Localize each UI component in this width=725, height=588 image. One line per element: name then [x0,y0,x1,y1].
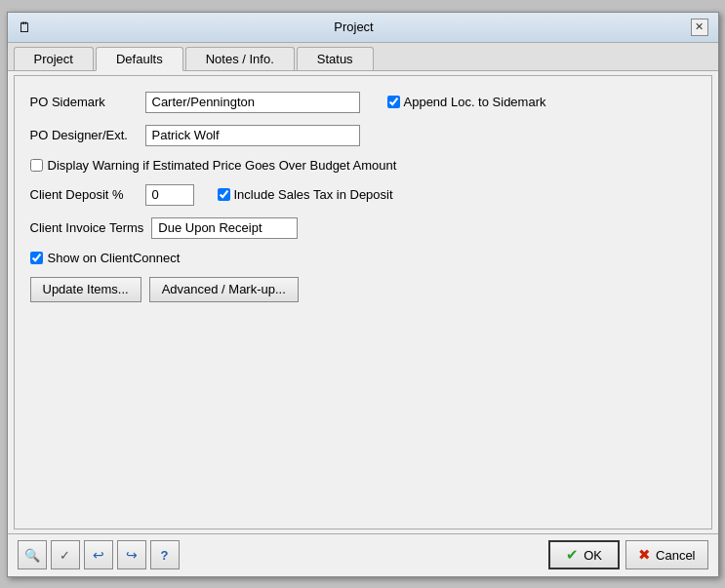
advanced-markup-button[interactable]: Advanced / Mark-up... [149,277,299,302]
po-designer-label: PO Designer/Ext. [30,128,138,142]
client-deposit-label: Client Deposit % [30,187,138,202]
help-icon: ? [161,548,169,563]
show-client-connect-row: Show on ClientConnect [30,251,696,265]
tab-notes[interactable]: Notes / Info. [185,47,295,70]
search-icon: 🔍 [24,548,40,563]
window-icon: 🗒 [18,20,31,35]
append-loc-checkbox[interactable] [387,96,400,108]
display-warning-checkbox[interactable] [30,159,43,172]
check-icon: ✓ [60,548,70,563]
tab-status[interactable]: Status [297,47,374,70]
cancel-x-icon: ✖ [638,546,651,564]
display-warning-label: Display Warning if Estimated Price Goes … [48,158,397,173]
po-sidemark-row: PO Sidemark Append Loc. to Sidemark [30,92,696,113]
po-sidemark-label: PO Sidemark [30,95,138,109]
bottom-bar: 🔍 ✓ ↩ ↪ ? ✔ OK ✖ Cancel [8,533,718,576]
ok-check-icon: ✔ [566,546,579,564]
show-client-connect-label: Show on ClientConnect [48,251,181,265]
search-tool-button[interactable]: 🔍 [18,540,47,569]
close-button[interactable]: ✕ [691,19,708,36]
ok-label: OK [584,548,602,563]
ok-button[interactable]: ✔ OK [548,540,620,569]
window-title: Project [334,20,373,34]
tab-bar: Project Defaults Notes / Info. Status [8,43,718,71]
include-sales-tax-text: Include Sales Tax in Deposit [234,187,393,202]
back-tool-button[interactable]: ↩ [84,540,113,569]
cancel-label: Cancel [656,548,695,563]
tab-project[interactable]: Project [14,47,94,70]
help-tool-button[interactable]: ? [150,540,180,569]
content-area: PO Sidemark Append Loc. to Sidemark PO D… [14,75,712,529]
show-client-connect-checkbox[interactable] [30,252,43,264]
cancel-button[interactable]: ✖ Cancel [625,540,707,569]
forward-tool-button[interactable]: ↪ [117,540,146,569]
append-loc-checkbox-label: Append Loc. to Sidemark [387,95,546,109]
check-tool-button[interactable]: ✓ [51,540,80,569]
client-invoice-label: Client Invoice Terms [30,220,144,235]
append-loc-label: Append Loc. to Sidemark [404,95,546,109]
title-bar: 🗒 Project ✕ [8,13,718,43]
client-deposit-input[interactable] [145,184,194,206]
undo-icon: ↩ [93,547,104,563]
dialog-buttons: ✔ OK ✖ Cancel [548,540,707,569]
client-invoice-input[interactable] [151,217,298,239]
action-buttons: Update Items... Advanced / Mark-up... [30,277,696,302]
include-sales-tax-label: Include Sales Tax in Deposit [218,187,393,202]
client-invoice-row: Client Invoice Terms [30,217,696,239]
include-sales-tax-checkbox[interactable] [218,188,230,201]
toolbar-buttons: 🔍 ✓ ↩ ↪ ? [18,540,180,569]
po-sidemark-input[interactable] [145,92,360,113]
display-warning-row: Display Warning if Estimated Price Goes … [30,158,696,173]
client-deposit-row: Client Deposit % Include Sales Tax in De… [30,184,696,206]
tab-defaults[interactable]: Defaults [96,47,183,71]
po-designer-row: PO Designer/Ext. [30,125,696,146]
redo-icon: ↪ [126,547,138,563]
po-designer-input[interactable] [145,125,360,146]
update-items-button[interactable]: Update Items... [30,277,141,302]
project-window: 🗒 Project ✕ Project Defaults Notes / Inf… [7,12,719,577]
